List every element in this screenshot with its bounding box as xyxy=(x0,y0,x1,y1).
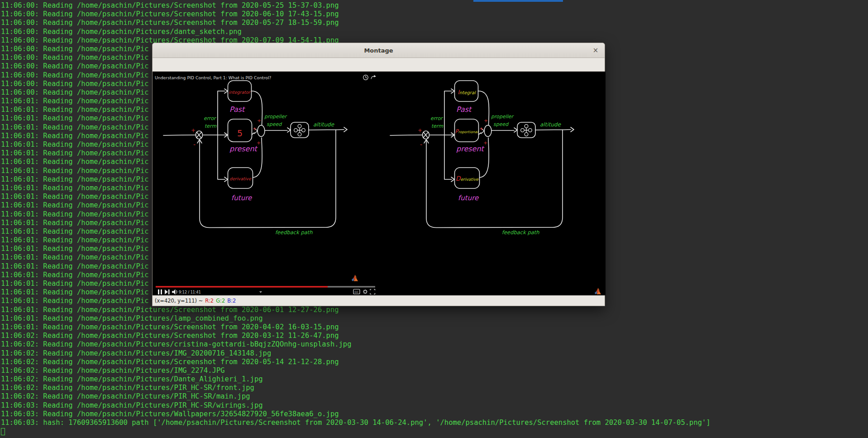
sum-minus-sign: - xyxy=(420,141,422,148)
altitude-label: altitude xyxy=(313,121,335,128)
pid-diagram-left: Understanding PID Control, Part 1: What … xyxy=(153,72,379,295)
terminal-log-line: 11:06:00: Reading /home/psachin/Pictures… xyxy=(1,1,868,10)
next-icon xyxy=(165,289,170,294)
error-label-1: error xyxy=(430,116,444,121)
sum2-plus-left: + xyxy=(253,126,257,132)
terminal-cursor xyxy=(1,428,5,435)
chapter-caret-icon xyxy=(259,291,262,293)
sum-plus-sign: + xyxy=(418,127,422,134)
sum2-plus-top: + xyxy=(257,118,261,124)
video-title: Understanding PID Control, Part 1: What … xyxy=(155,75,272,80)
propeller-label-2: speed xyxy=(267,121,282,127)
video-time: 9:12 / 11:41 xyxy=(179,290,201,294)
diagram-sketch xyxy=(163,81,347,228)
terminal-log-line: 11:06:02: Reading /home/psachin/Pictures… xyxy=(1,349,868,358)
feedback-path-label: feedback path xyxy=(275,229,313,236)
terminal-log-line: 11:06:02: Reading /home/psachin/Pictures… xyxy=(1,375,868,384)
terminal-log-line: 11:06:00: Reading /home/psachin/Pictures… xyxy=(1,28,868,36)
sum2-plus-bottom: + xyxy=(483,140,487,146)
share-icon xyxy=(371,75,376,79)
pixel-blue-value: B:2 xyxy=(227,298,236,304)
sum2-plus-bottom: + xyxy=(257,140,261,146)
pause-icon xyxy=(158,289,162,294)
quadcopter-icon xyxy=(294,125,305,136)
terminal-log-line: 11:06:00: Reading /home/psachin/Pictures… xyxy=(1,19,868,27)
pixel-coords: (x=420, y=111) ~ xyxy=(155,298,203,304)
propeller-label-1: propeller xyxy=(264,114,288,120)
diagram-sketch xyxy=(390,81,574,228)
terminal-log-line: 11:06:03: Reading /home/psachin/Pictures… xyxy=(1,401,868,410)
sum2-plus-left: + xyxy=(479,126,483,132)
terminal-log-line: 11:06:02: Reading /home/psachin/Pictures… xyxy=(1,366,868,375)
montage-image-left[interactable]: Understanding PID Control, Part 1: What … xyxy=(153,72,379,295)
terminal-log-line: 11:06:01: Reading /home/psachin/Pictures… xyxy=(1,323,868,332)
terminal-log-line: 11:06:03: Reading /home/psachin/Pictures… xyxy=(1,410,868,419)
bottom-box-label: Derivative xyxy=(456,175,479,182)
matlab-logo-icon xyxy=(352,275,358,281)
matlab-logo-icon xyxy=(595,288,601,294)
sum2-plus-top: + xyxy=(484,118,488,124)
propeller-label-2: speed xyxy=(493,121,509,127)
top-accent-bar xyxy=(473,0,563,2)
terminal-log-line: 11:06:02: Reading /home/psachin/Pictures… xyxy=(1,384,868,392)
watch-later-icon xyxy=(363,75,368,80)
terminal-log-line: 11:06:02: Reading /home/psachin/Pictures… xyxy=(1,358,868,366)
volume-icon xyxy=(172,289,177,295)
bottom-box-label: derivative xyxy=(229,176,252,181)
terminal-log-line: 11:06:00: Reading /home/psachin/Pictures… xyxy=(1,10,868,19)
captions-icon: CC xyxy=(353,289,360,294)
pid-diagram-right: Integral Past Proportional present Deriv… xyxy=(379,72,606,295)
window-titlebar[interactable]: Montage × xyxy=(153,43,605,58)
terminal-log-line: 11:06:02: Reading /home/psachin/Pictures… xyxy=(1,340,868,349)
propeller-label-1: propeller xyxy=(491,114,515,120)
terminal-log-line: 11:06:02: Reading /home/psachin/Pictures… xyxy=(1,392,868,401)
terminal-log-line: 11:06:03: hash: 17609365913600 path ['/h… xyxy=(1,419,868,427)
future-label: future xyxy=(231,194,253,202)
error-label-2: term xyxy=(205,123,216,129)
montage-content: Understanding PID Control, Part 1: What … xyxy=(153,72,605,295)
close-button[interactable]: × xyxy=(591,47,600,54)
error-label-1: error xyxy=(204,116,217,121)
window-title: Montage xyxy=(364,47,393,54)
error-label-2: term xyxy=(431,123,443,129)
pixel-green-value: G:2 xyxy=(216,298,225,304)
video-player-controls: 9:12 / 11:41 CC xyxy=(156,286,375,295)
mid-box-label: 5 xyxy=(237,128,243,138)
quadcopter-icon xyxy=(521,125,532,136)
sum-minus-sign: - xyxy=(193,141,196,148)
past-label: Past xyxy=(229,105,246,114)
sum-plus-sign: + xyxy=(191,127,196,134)
altitude-label: altitude xyxy=(540,121,562,128)
top-box-label: integrator xyxy=(229,90,251,95)
window-statusbar: (x=420, y=111) ~ R:2 G:2 B:2 xyxy=(153,295,605,306)
fullscreen-icon xyxy=(370,289,375,294)
mid-box-label: Proportional xyxy=(455,128,479,135)
present-label: present xyxy=(229,144,258,153)
top-box-label: Integral xyxy=(458,89,476,96)
feedback-path-label: feedback path xyxy=(502,229,539,236)
montage-image-right[interactable]: Integral Past Proportional present Deriv… xyxy=(379,72,606,295)
pixel-red-value: R:2 xyxy=(205,298,214,304)
terminal-log-line: 11:06:01: Reading /home/psachin/Pictures… xyxy=(1,306,868,314)
present-label: present xyxy=(456,144,485,153)
settings-gear-icon xyxy=(363,289,367,294)
past-label: Past xyxy=(456,105,472,114)
terminal-log-line: 11:06:02: Reading /home/psachin/Pictures… xyxy=(1,332,868,340)
terminal-log-line: 11:06:01: Reading /home/psachin/Pictures… xyxy=(1,314,868,323)
future-label: future xyxy=(458,194,479,202)
svg-text:CC: CC xyxy=(355,290,358,294)
window-toolbar xyxy=(153,58,605,72)
montage-window: Montage × Understanding PID Control, Par… xyxy=(152,43,605,306)
